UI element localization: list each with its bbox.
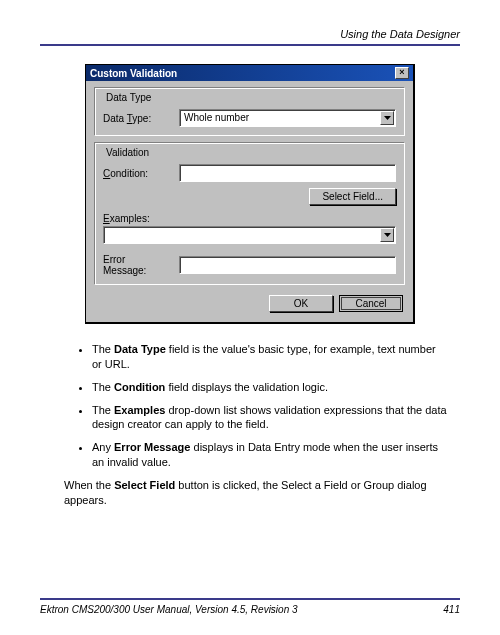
data-type-select[interactable]: Whole number bbox=[179, 109, 396, 127]
header-breadcrumb: Using the Data Designer bbox=[40, 28, 460, 40]
footer-left: Ektron CMS200/300 User Manual, Version 4… bbox=[40, 604, 298, 615]
group-data-type: Data Type Data Type: Whole number bbox=[94, 87, 405, 136]
header-rule bbox=[40, 44, 460, 46]
custom-validation-dialog: Custom Validation × Data Type Data Type:… bbox=[85, 64, 415, 324]
group-validation-title: Validation bbox=[103, 147, 152, 158]
svg-marker-0 bbox=[384, 116, 391, 120]
examples-label: Examples: bbox=[103, 213, 171, 224]
closing-paragraph: When the Select Field button is clicked,… bbox=[64, 478, 448, 508]
chevron-down-icon[interactable] bbox=[380, 228, 394, 242]
select-field-button-label: Select Field... bbox=[322, 191, 383, 202]
condition-input[interactable] bbox=[179, 164, 396, 182]
footer-rule bbox=[40, 598, 460, 600]
svg-marker-1 bbox=[384, 233, 391, 237]
list-item: The Condition field displays the validat… bbox=[92, 380, 448, 395]
cancel-button-label: Cancel bbox=[355, 298, 386, 309]
body-text: The Data Type field is the value's basic… bbox=[64, 342, 448, 508]
bullet-list: The Data Type field is the value's basic… bbox=[92, 342, 448, 470]
group-data-type-title: Data Type bbox=[103, 92, 154, 103]
group-validation: Validation Condition: Select Field... Ex… bbox=[94, 142, 405, 285]
condition-label: Condition: bbox=[103, 168, 171, 179]
error-message-label: Error Message: bbox=[103, 254, 171, 276]
page-number: 411 bbox=[443, 604, 460, 615]
ok-button[interactable]: OK bbox=[269, 295, 333, 312]
dialog-title: Custom Validation bbox=[90, 68, 177, 79]
list-item: Any Error Message displays in Data Entry… bbox=[92, 440, 448, 470]
dialog-titlebar: Custom Validation × bbox=[86, 65, 413, 81]
examples-select[interactable] bbox=[103, 226, 396, 244]
error-message-input[interactable] bbox=[179, 256, 396, 274]
data-type-value: Whole number bbox=[184, 112, 249, 123]
select-field-button[interactable]: Select Field... bbox=[309, 188, 396, 205]
close-icon[interactable]: × bbox=[395, 67, 409, 79]
cancel-button[interactable]: Cancel bbox=[339, 295, 403, 312]
chevron-down-icon[interactable] bbox=[380, 111, 394, 125]
page-footer: Ektron CMS200/300 User Manual, Version 4… bbox=[40, 598, 460, 615]
ok-button-label: OK bbox=[294, 298, 308, 309]
list-item: The Data Type field is the value's basic… bbox=[92, 342, 448, 372]
data-type-label: Data Type: bbox=[103, 113, 171, 124]
list-item: The Examples drop-down list shows valida… bbox=[92, 403, 448, 433]
